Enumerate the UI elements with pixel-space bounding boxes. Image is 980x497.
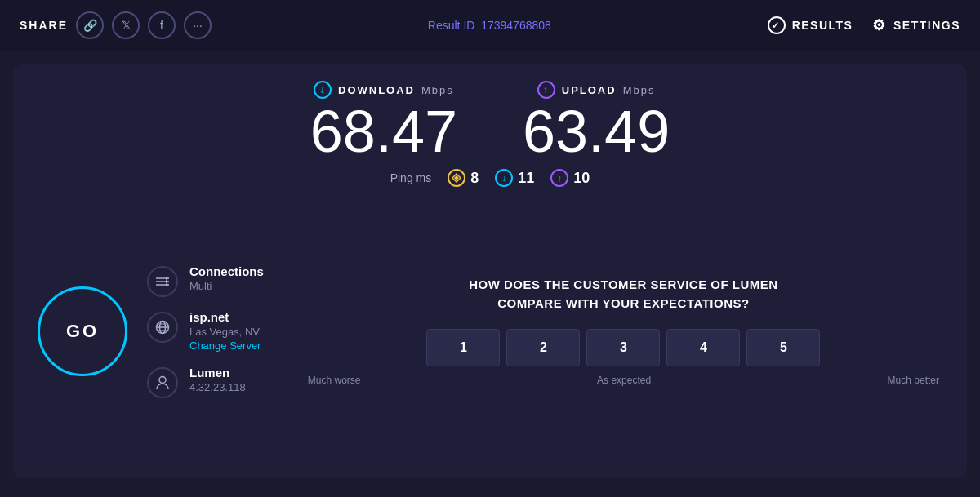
isp-item: isp.net Las Vegas, NV Change Server	[147, 310, 264, 353]
twitter-icon[interactable]: 𝕏	[112, 11, 140, 39]
user-item: Lumen 4.32.23.118	[147, 366, 264, 398]
more-icon[interactable]: ···	[184, 11, 212, 39]
upload-label: ↑ UPLOAD Mbps	[523, 81, 670, 99]
ping-download-icon: ↓	[495, 169, 513, 187]
download-value: 68.47	[310, 102, 457, 161]
ping-idle-value: 8	[470, 170, 479, 187]
ping-idle: 8	[448, 169, 479, 187]
gear-icon: ⚙	[872, 16, 887, 34]
rating-4-button[interactable]: 4	[666, 329, 740, 366]
rating-3-button[interactable]: 3	[586, 329, 660, 366]
isp-label: isp.net	[189, 310, 261, 324]
result-label: Result ID	[428, 19, 475, 32]
user-icon	[147, 367, 178, 398]
change-server-link[interactable]: Change Server	[189, 339, 261, 352]
connections-icon	[147, 266, 178, 297]
results-label: RESULTS	[792, 19, 853, 32]
facebook-icon[interactable]: f	[148, 11, 176, 39]
settings-button[interactable]: ⚙ SETTINGS	[872, 16, 960, 34]
right-panel: HOW DOES THE CUSTOMER SERVICE OF LUMENCO…	[280, 200, 942, 462]
upload-arrow-icon: ↑	[537, 81, 555, 99]
download-unit: Mbps	[421, 84, 454, 96]
upload-block: ↑ UPLOAD Mbps 63.49	[523, 81, 670, 161]
connections-item: Connections Multi	[147, 264, 264, 297]
rating-labels: Much worse As expected Much better	[305, 375, 942, 386]
rating-label-center: As expected	[597, 375, 651, 386]
ping-download: ↓ 11	[495, 169, 534, 187]
result-id-value[interactable]: 17394768808	[481, 19, 551, 32]
user-ip: 4.32.23.118	[189, 381, 246, 393]
top-bar: SHARE 🔗 𝕏 f ··· Result ID 17394768808 ✓ …	[0, 0, 980, 51]
rating-5-button[interactable]: 5	[746, 329, 820, 366]
go-button[interactable]: GO	[38, 286, 127, 376]
left-panel: GO Connection	[38, 200, 264, 462]
download-text: DOWNLOAD	[338, 84, 415, 96]
upload-unit: Mbps	[623, 84, 656, 96]
rating-2-button[interactable]: 2	[506, 329, 580, 366]
user-text: Lumen 4.32.23.118	[189, 366, 246, 393]
survey-title: HOW DOES THE CUSTOMER SERVICE OF LUMENCO…	[469, 276, 777, 313]
bottom-section: GO Connection	[38, 200, 942, 462]
isp-text: isp.net Las Vegas, NV Change Server	[189, 310, 261, 353]
ping-upload-icon: ↑	[550, 169, 568, 187]
ping-download-value: 11	[518, 170, 534, 187]
ping-upload: ↑ 10	[550, 169, 590, 187]
results-button[interactable]: ✓ RESULTS	[768, 16, 853, 34]
svg-point-8	[159, 376, 166, 383]
share-section: SHARE 🔗 𝕏 f ···	[20, 11, 212, 39]
result-id-section: Result ID 17394768808	[428, 19, 551, 32]
speeds-row: ↓ DOWNLOAD Mbps 68.47 ↑ UPLOAD Mbps 63.4…	[38, 81, 942, 161]
download-label: ↓ DOWNLOAD Mbps	[310, 81, 457, 99]
rating-row: 1 2 3 4 5	[426, 329, 820, 366]
ping-idle-icon	[448, 169, 466, 187]
ping-row: Ping ms 8 ↓ 11 ↑ 10	[38, 169, 942, 187]
info-rows: Connections Multi	[147, 264, 264, 398]
user-label: Lumen	[189, 366, 246, 379]
ping-upload-value: 10	[573, 170, 590, 187]
link-icon[interactable]: 🔗	[76, 11, 104, 39]
ping-label: Ping ms	[390, 171, 432, 184]
settings-label: SETTINGS	[893, 19, 960, 32]
connections-text: Connections Multi	[189, 264, 264, 292]
isp-location: Las Vegas, NV	[189, 326, 261, 338]
check-icon: ✓	[768, 16, 786, 34]
download-block: ↓ DOWNLOAD Mbps 68.47	[310, 81, 457, 161]
main-content: ↓ DOWNLOAD Mbps 68.47 ↑ UPLOAD Mbps 63.4…	[13, 64, 967, 478]
rating-label-left: Much worse	[308, 375, 361, 386]
upload-value: 63.49	[523, 102, 670, 161]
top-right-nav: ✓ RESULTS ⚙ SETTINGS	[768, 16, 960, 34]
connections-value: Multi	[189, 280, 264, 292]
upload-text: UPLOAD	[562, 84, 617, 96]
rating-label-right: Much better	[888, 375, 939, 386]
download-arrow-icon: ↓	[314, 81, 332, 99]
isp-globe-icon	[147, 312, 178, 343]
share-label: SHARE	[20, 19, 68, 32]
connections-label: Connections	[189, 264, 264, 278]
rating-1-button[interactable]: 1	[426, 329, 500, 366]
